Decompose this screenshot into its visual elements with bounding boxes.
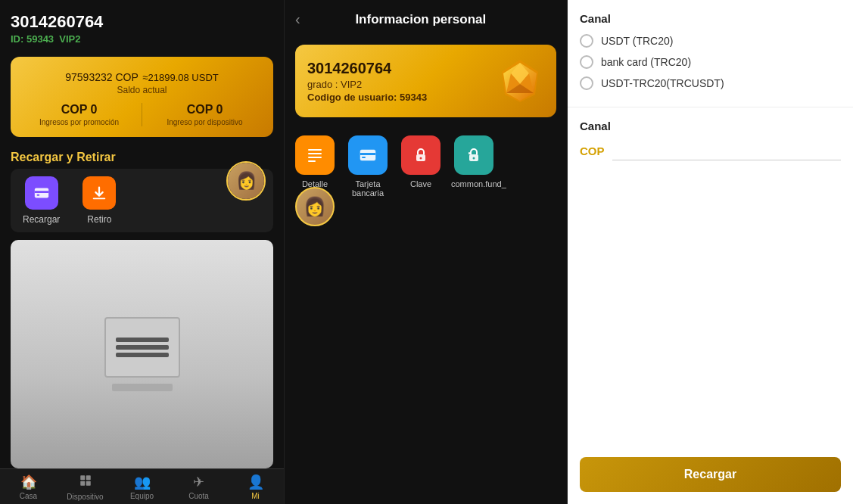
balance-label: Saldo actual: [23, 85, 261, 95]
recargar-button[interactable]: Recargar: [23, 176, 60, 225]
canal1-title: Canal: [580, 12, 841, 25]
svg-rect-6: [80, 481, 85, 486]
nav-equipo[interactable]: 👥 Equipo: [114, 474, 170, 501]
home-header: 3014260764 ID: 59343 VIP2: [0, 0, 284, 51]
device-desc: Ingreso por dispositivo: [148, 118, 261, 126]
option-usdt-trcusdt[interactable]: USDT-TRC20(TRCUSDT): [580, 76, 841, 90]
nav-cuota-label: Cuota: [188, 492, 209, 500]
svg-rect-3: [93, 198, 106, 199]
balance-main-value: 97593232 COP ≈21899.08 USDT: [23, 67, 261, 85]
profile-grade: grado : VIP2: [307, 79, 427, 90]
svg-rect-1: [35, 191, 48, 193]
tarjeta-icon: [348, 135, 388, 175]
option-usdt-trc20[interactable]: USDT (TRC20): [580, 34, 841, 48]
option-usdt-trc20-label: USDT (TRC20): [601, 35, 673, 47]
personal-info-title: Informacion personal: [308, 12, 534, 27]
vip-gem-icon: [496, 57, 544, 105]
device-balance: COP 0 Ingreso por dispositivo: [148, 103, 261, 126]
nav-cuota[interactable]: ✈ Cuota: [170, 474, 227, 501]
promo-desc: Ingresos por promoción: [23, 118, 135, 126]
svg-rect-2: [36, 194, 39, 196]
profile-code: Codigo de usuario: 59343: [307, 92, 427, 103]
avatar-emoji: 👩: [304, 196, 326, 217]
canal2-section: Canal COP: [568, 107, 853, 170]
nav-equipo-label: Equipo: [130, 492, 154, 500]
promo-value: COP 0: [23, 103, 135, 117]
mi-icon: 👤: [247, 474, 264, 490]
svg-rect-20: [362, 157, 366, 158]
promo-balance: COP 0 Ingresos por promoción: [23, 103, 135, 126]
svg-rect-19: [360, 153, 375, 155]
svg-rect-15: [308, 153, 322, 154]
personal-info-header: ‹ Informacion personal: [285, 0, 567, 39]
recharge-button[interactable]: Recargar: [580, 457, 841, 492]
nav-dispositivo[interactable]: Dispositivo: [57, 474, 114, 501]
menu-tarjeta[interactable]: Tarjeta bancaria: [345, 135, 391, 198]
balance-cop: 97593232 COP: [65, 71, 139, 83]
canal-input-row: COP: [580, 142, 841, 160]
user-phone: 3014260764: [11, 12, 273, 32]
device-box: [11, 240, 273, 468]
svg-point-22: [420, 157, 422, 160]
retiro-icon: [82, 176, 116, 210]
svg-rect-5: [86, 475, 90, 480]
panel-recharge: Canal USDT (TRC20) bank card (TRC20) USD…: [568, 0, 853, 504]
menu-clave[interactable]: Clave: [401, 135, 441, 198]
vip-badge: VIP2: [59, 33, 80, 45]
profile-card: 3014260764 grado : VIP2 Codigo de usuari…: [295, 45, 556, 117]
option-bank-card[interactable]: bank card (TRC20): [580, 55, 841, 69]
radio-usdt-trcusdt[interactable]: [580, 76, 593, 90]
clave-icon: [401, 135, 441, 175]
dispositivo-icon: [79, 474, 92, 491]
retiro-button[interactable]: Retiro: [82, 176, 116, 225]
svg-rect-4: [80, 475, 85, 480]
common-fund-icon: [454, 135, 493, 175]
back-button[interactable]: ‹: [295, 11, 300, 28]
id-text: ID: 59343: [11, 33, 54, 45]
canal2-title: Canal: [580, 120, 841, 132]
device-image-area: [11, 240, 273, 468]
nav-casa-label: Casa: [20, 492, 37, 500]
retiro-label: Retiro: [87, 214, 111, 225]
nav-dispositivo-label: Dispositivo: [67, 493, 103, 501]
equipo-icon: 👥: [134, 474, 151, 490]
device-value: COP 0: [148, 103, 261, 117]
option-bank-card-label: bank card (TRC20): [601, 56, 691, 68]
bottom-nav: 🏠 Casa Dispositivo 👥 Equipo ✈ Cuota 👤 Mi: [0, 468, 284, 504]
profile-info: 3014260764 grado : VIP2 Codigo de usuari…: [307, 60, 427, 103]
svg-rect-16: [308, 157, 322, 158]
actions-area: Recargar Retiro 👩: [11, 169, 273, 232]
tarjeta-label: Tarjeta bancaria: [345, 179, 391, 198]
canal-currency: COP: [580, 145, 605, 157]
common-fund-label: common.fund_: [451, 179, 497, 188]
panel2-avatar: 👩: [295, 187, 335, 226]
panel-home: 3014260764 ID: 59343 VIP2 97593232 COP ≈…: [0, 0, 284, 504]
avatar-bubble: 👩: [226, 161, 266, 201]
canal-amount-input[interactable]: [612, 142, 841, 160]
radio-bank-card[interactable]: [580, 55, 593, 69]
nav-casa[interactable]: 🏠 Casa: [0, 474, 57, 501]
radio-usdt-trc20[interactable]: [580, 34, 593, 48]
balance-divider: [142, 103, 142, 126]
nav-mi-label: Mi: [251, 492, 260, 500]
avatar-image: 👩: [228, 163, 264, 199]
option-usdt-trcusdt-label: USDT-TRC20(TRCUSDT): [601, 77, 724, 89]
recargar-label: Recargar: [23, 214, 60, 225]
clave-label: Clave: [410, 179, 431, 188]
profile-phone: 3014260764: [307, 60, 427, 77]
balance-row: COP 0 Ingresos por promoción COP 0 Ingre…: [23, 103, 261, 126]
nav-mi[interactable]: 👤 Mi: [227, 474, 284, 501]
panel-personal-info: ‹ Informacion personal 3014260764 grado …: [284, 0, 568, 504]
cuota-icon: ✈: [193, 474, 204, 490]
balance-card: 97593232 COP ≈21899.08 USDT Saldo actual…: [11, 57, 273, 137]
svg-rect-14: [308, 149, 322, 151]
recharge-button-area: Recargar: [568, 445, 853, 504]
canal1-section: Canal USDT (TRC20) bank card (TRC20) USD…: [568, 0, 853, 107]
casa-icon: 🏠: [20, 474, 37, 490]
svg-rect-24: [469, 152, 470, 154]
menu-common-fund[interactable]: common.fund_: [451, 135, 497, 198]
balance-usdt: ≈21899.08 USDT: [142, 72, 218, 83]
detalle-icon: [295, 135, 335, 175]
user-id-line: ID: 59343 VIP2: [11, 33, 273, 45]
svg-rect-17: [308, 160, 316, 162]
